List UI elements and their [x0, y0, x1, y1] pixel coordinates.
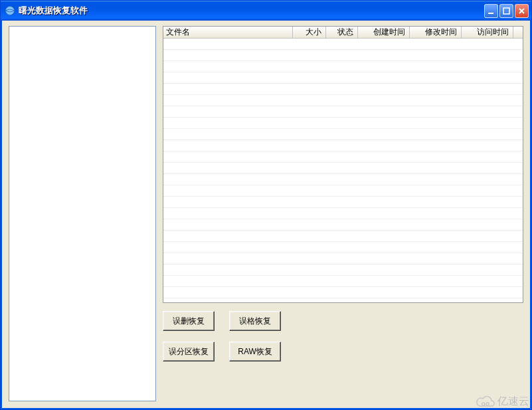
column-header[interactable]: 修改时间 [410, 27, 462, 38]
partition-recovery-button[interactable]: 误分区恢复 [163, 342, 215, 361]
table-row[interactable] [163, 253, 523, 264]
minimize-button[interactable] [484, 4, 498, 18]
close-button[interactable] [515, 4, 529, 18]
table-row[interactable] [163, 231, 523, 242]
table-row[interactable] [163, 208, 523, 219]
format-recovery-button[interactable]: 误格恢复 [229, 311, 281, 331]
table-row[interactable] [163, 106, 523, 118]
table-row[interactable] [163, 95, 523, 106]
titlebar[interactable]: 曙光数据恢复软件 [1, 1, 531, 21]
table-row[interactable] [163, 185, 523, 197]
table-row[interactable] [163, 50, 523, 61]
table-row[interactable] [163, 242, 523, 253]
table-row[interactable] [163, 140, 523, 152]
svg-rect-1 [488, 13, 493, 14]
table-row[interactable] [163, 174, 523, 185]
client-area: 文件名大小状态创建时间修改时间访问时间 误删恢复 误格恢复 误分区恢复 RAW恢… [1, 21, 531, 409]
table-row[interactable] [163, 264, 523, 276]
table-row[interactable] [163, 61, 523, 72]
column-header[interactable]: 访问时间 [462, 27, 513, 38]
button-panel: 误删恢复 误格恢复 误分区恢复 RAW恢复 [163, 311, 523, 361]
table-row[interactable] [163, 118, 523, 129]
column-header[interactable]: 状态 [326, 27, 358, 38]
caption-buttons [484, 4, 529, 18]
table-row[interactable] [163, 152, 523, 163]
maximize-button[interactable] [499, 4, 513, 18]
table-row[interactable] [163, 287, 523, 298]
column-header[interactable]: 创建时间 [358, 27, 410, 38]
right-panel: 文件名大小状态创建时间修改时间访问时间 误删恢复 误格恢复 误分区恢复 RAW恢… [163, 26, 523, 401]
table-row[interactable] [163, 39, 523, 50]
list-headers: 文件名大小状态创建时间修改时间访问时间 [163, 27, 523, 39]
header-spacer [513, 27, 517, 38]
list-rows [163, 39, 523, 302]
svg-point-0 [6, 7, 15, 15]
tree-panel[interactable] [9, 26, 156, 401]
file-list[interactable]: 文件名大小状态创建时间修改时间访问时间 [163, 26, 523, 303]
column-header[interactable]: 文件名 [163, 27, 293, 38]
table-row[interactable] [163, 84, 523, 95]
svg-rect-2 [503, 8, 509, 14]
raw-recovery-button[interactable]: RAW恢复 [229, 342, 281, 361]
window-title: 曙光数据恢复软件 [19, 5, 484, 17]
deleted-recovery-button[interactable]: 误删恢复 [163, 311, 215, 331]
table-row[interactable] [163, 219, 523, 231]
table-row[interactable] [163, 129, 523, 140]
app-icon [5, 5, 15, 16]
column-header[interactable]: 大小 [293, 27, 326, 38]
table-row[interactable] [163, 163, 523, 174]
table-row[interactable] [163, 276, 523, 287]
table-row[interactable] [163, 197, 523, 208]
app-window: 曙光数据恢复软件 文件名大小状态创建时间修改时间访问时间 误 [0, 0, 532, 410]
table-row[interactable] [163, 72, 523, 84]
